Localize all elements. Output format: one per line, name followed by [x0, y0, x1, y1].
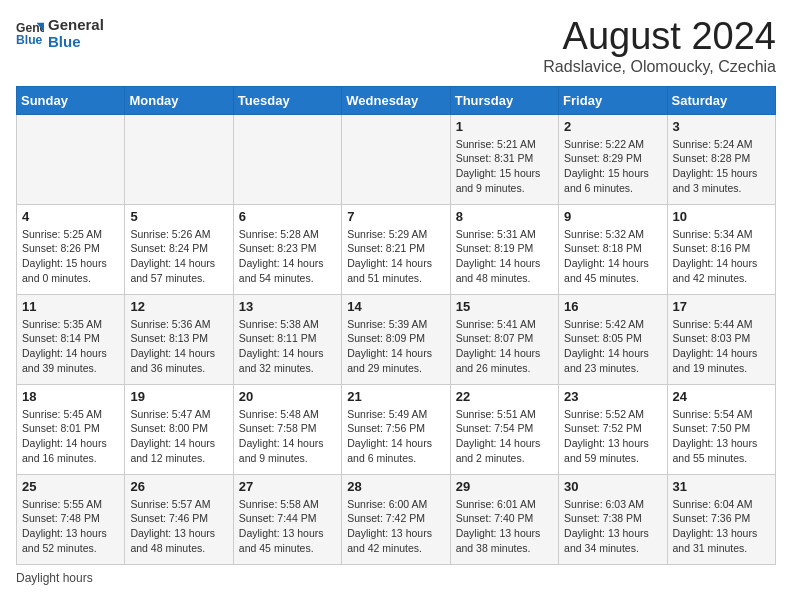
calendar-table: SundayMondayTuesdayWednesdayThursdayFrid… — [16, 86, 776, 565]
day-cell: 26Sunrise: 5:57 AM Sunset: 7:46 PM Dayli… — [125, 474, 233, 564]
day-number: 21 — [347, 389, 444, 404]
day-cell: 7Sunrise: 5:29 AM Sunset: 8:21 PM Daylig… — [342, 204, 450, 294]
day-cell: 19Sunrise: 5:47 AM Sunset: 8:00 PM Dayli… — [125, 384, 233, 474]
day-cell — [342, 114, 450, 204]
header-row: SundayMondayTuesdayWednesdayThursdayFrid… — [17, 86, 776, 114]
svg-text:Blue: Blue — [16, 33, 43, 47]
day-cell: 2Sunrise: 5:22 AM Sunset: 8:29 PM Daylig… — [559, 114, 667, 204]
day-number: 25 — [22, 479, 119, 494]
day-cell: 22Sunrise: 5:51 AM Sunset: 7:54 PM Dayli… — [450, 384, 558, 474]
day-info: Sunrise: 5:38 AM Sunset: 8:11 PM Dayligh… — [239, 317, 336, 376]
day-cell: 24Sunrise: 5:54 AM Sunset: 7:50 PM Dayli… — [667, 384, 775, 474]
day-info: Sunrise: 6:00 AM Sunset: 7:42 PM Dayligh… — [347, 497, 444, 556]
day-info: Sunrise: 5:25 AM Sunset: 8:26 PM Dayligh… — [22, 227, 119, 286]
day-number: 30 — [564, 479, 661, 494]
day-info: Sunrise: 6:04 AM Sunset: 7:36 PM Dayligh… — [673, 497, 770, 556]
day-number: 17 — [673, 299, 770, 314]
day-number: 23 — [564, 389, 661, 404]
day-info: Sunrise: 6:03 AM Sunset: 7:38 PM Dayligh… — [564, 497, 661, 556]
day-cell: 31Sunrise: 6:04 AM Sunset: 7:36 PM Dayli… — [667, 474, 775, 564]
day-number: 7 — [347, 209, 444, 224]
day-cell: 14Sunrise: 5:39 AM Sunset: 8:09 PM Dayli… — [342, 294, 450, 384]
day-cell: 13Sunrise: 5:38 AM Sunset: 8:11 PM Dayli… — [233, 294, 341, 384]
day-cell — [125, 114, 233, 204]
logo-blue: Blue — [48, 33, 81, 50]
day-header-thursday: Thursday — [450, 86, 558, 114]
logo-general: General — [48, 16, 104, 33]
day-header-sunday: Sunday — [17, 86, 125, 114]
day-info: Sunrise: 5:22 AM Sunset: 8:29 PM Dayligh… — [564, 137, 661, 196]
day-number: 3 — [673, 119, 770, 134]
day-cell: 21Sunrise: 5:49 AM Sunset: 7:56 PM Dayli… — [342, 384, 450, 474]
day-number: 6 — [239, 209, 336, 224]
day-info: Sunrise: 5:29 AM Sunset: 8:21 PM Dayligh… — [347, 227, 444, 286]
day-number: 31 — [673, 479, 770, 494]
day-cell: 4Sunrise: 5:25 AM Sunset: 8:26 PM Daylig… — [17, 204, 125, 294]
day-info: Sunrise: 5:54 AM Sunset: 7:50 PM Dayligh… — [673, 407, 770, 466]
day-number: 19 — [130, 389, 227, 404]
day-cell: 17Sunrise: 5:44 AM Sunset: 8:03 PM Dayli… — [667, 294, 775, 384]
day-info: Sunrise: 5:32 AM Sunset: 8:18 PM Dayligh… — [564, 227, 661, 286]
day-info: Sunrise: 5:35 AM Sunset: 8:14 PM Dayligh… — [22, 317, 119, 376]
footer-note: Daylight hours — [16, 571, 776, 585]
day-info: Sunrise: 5:28 AM Sunset: 8:23 PM Dayligh… — [239, 227, 336, 286]
day-number: 12 — [130, 299, 227, 314]
day-info: Sunrise: 5:36 AM Sunset: 8:13 PM Dayligh… — [130, 317, 227, 376]
day-cell — [233, 114, 341, 204]
day-header-monday: Monday — [125, 86, 233, 114]
day-cell: 11Sunrise: 5:35 AM Sunset: 8:14 PM Dayli… — [17, 294, 125, 384]
day-cell: 10Sunrise: 5:34 AM Sunset: 8:16 PM Dayli… — [667, 204, 775, 294]
day-info: Sunrise: 5:26 AM Sunset: 8:24 PM Dayligh… — [130, 227, 227, 286]
page-header: General Blue General Blue August 2024 Ra… — [16, 16, 776, 76]
day-cell: 28Sunrise: 6:00 AM Sunset: 7:42 PM Dayli… — [342, 474, 450, 564]
day-info: Sunrise: 5:41 AM Sunset: 8:07 PM Dayligh… — [456, 317, 553, 376]
logo: General Blue General Blue — [16, 16, 104, 50]
day-info: Sunrise: 5:48 AM Sunset: 7:58 PM Dayligh… — [239, 407, 336, 466]
day-number: 16 — [564, 299, 661, 314]
week-row-1: 1Sunrise: 5:21 AM Sunset: 8:31 PM Daylig… — [17, 114, 776, 204]
day-cell: 18Sunrise: 5:45 AM Sunset: 8:01 PM Dayli… — [17, 384, 125, 474]
week-row-2: 4Sunrise: 5:25 AM Sunset: 8:26 PM Daylig… — [17, 204, 776, 294]
day-cell: 27Sunrise: 5:58 AM Sunset: 7:44 PM Dayli… — [233, 474, 341, 564]
day-info: Sunrise: 5:44 AM Sunset: 8:03 PM Dayligh… — [673, 317, 770, 376]
day-number: 8 — [456, 209, 553, 224]
day-number: 20 — [239, 389, 336, 404]
day-number: 28 — [347, 479, 444, 494]
calendar-title: August 2024 — [543, 16, 776, 58]
day-number: 2 — [564, 119, 661, 134]
day-cell: 3Sunrise: 5:24 AM Sunset: 8:28 PM Daylig… — [667, 114, 775, 204]
day-cell: 12Sunrise: 5:36 AM Sunset: 8:13 PM Dayli… — [125, 294, 233, 384]
day-cell: 23Sunrise: 5:52 AM Sunset: 7:52 PM Dayli… — [559, 384, 667, 474]
day-info: Sunrise: 5:51 AM Sunset: 7:54 PM Dayligh… — [456, 407, 553, 466]
day-cell: 8Sunrise: 5:31 AM Sunset: 8:19 PM Daylig… — [450, 204, 558, 294]
day-number: 5 — [130, 209, 227, 224]
day-info: Sunrise: 6:01 AM Sunset: 7:40 PM Dayligh… — [456, 497, 553, 556]
day-info: Sunrise: 5:52 AM Sunset: 7:52 PM Dayligh… — [564, 407, 661, 466]
calendar-subtitle: Radslavice, Olomoucky, Czechia — [543, 58, 776, 76]
day-info: Sunrise: 5:45 AM Sunset: 8:01 PM Dayligh… — [22, 407, 119, 466]
day-info: Sunrise: 5:31 AM Sunset: 8:19 PM Dayligh… — [456, 227, 553, 286]
day-info: Sunrise: 5:24 AM Sunset: 8:28 PM Dayligh… — [673, 137, 770, 196]
day-info: Sunrise: 5:21 AM Sunset: 8:31 PM Dayligh… — [456, 137, 553, 196]
day-cell: 1Sunrise: 5:21 AM Sunset: 8:31 PM Daylig… — [450, 114, 558, 204]
day-number: 10 — [673, 209, 770, 224]
title-block: August 2024 Radslavice, Olomoucky, Czech… — [543, 16, 776, 76]
day-info: Sunrise: 5:34 AM Sunset: 8:16 PM Dayligh… — [673, 227, 770, 286]
day-cell: 15Sunrise: 5:41 AM Sunset: 8:07 PM Dayli… — [450, 294, 558, 384]
day-number: 4 — [22, 209, 119, 224]
week-row-5: 25Sunrise: 5:55 AM Sunset: 7:48 PM Dayli… — [17, 474, 776, 564]
day-number: 26 — [130, 479, 227, 494]
day-info: Sunrise: 5:55 AM Sunset: 7:48 PM Dayligh… — [22, 497, 119, 556]
day-cell: 25Sunrise: 5:55 AM Sunset: 7:48 PM Dayli… — [17, 474, 125, 564]
day-header-friday: Friday — [559, 86, 667, 114]
day-number: 11 — [22, 299, 119, 314]
day-number: 1 — [456, 119, 553, 134]
day-cell: 29Sunrise: 6:01 AM Sunset: 7:40 PM Dayli… — [450, 474, 558, 564]
day-number: 18 — [22, 389, 119, 404]
day-cell: 30Sunrise: 6:03 AM Sunset: 7:38 PM Dayli… — [559, 474, 667, 564]
day-number: 9 — [564, 209, 661, 224]
day-info: Sunrise: 5:57 AM Sunset: 7:46 PM Dayligh… — [130, 497, 227, 556]
day-info: Sunrise: 5:42 AM Sunset: 8:05 PM Dayligh… — [564, 317, 661, 376]
day-cell: 20Sunrise: 5:48 AM Sunset: 7:58 PM Dayli… — [233, 384, 341, 474]
day-header-saturday: Saturday — [667, 86, 775, 114]
